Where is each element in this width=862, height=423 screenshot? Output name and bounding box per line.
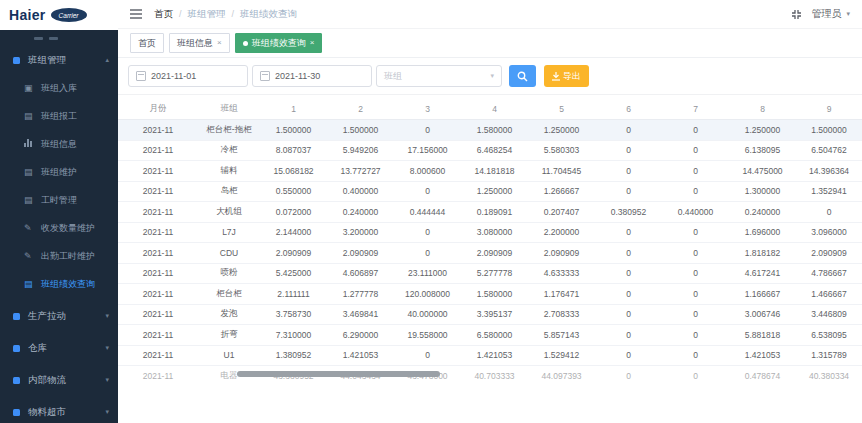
sidebar-item-label: 班组绩效查询 (41, 278, 95, 291)
user-menu[interactable]: 管理员 (811, 7, 841, 21)
performance-table: 月份班组1234567892021-11柜台柜-拖柜1.5000001.5000… (118, 95, 862, 423)
menu-dot-icon (13, 345, 20, 352)
sidebar-item-工时管理[interactable]: ▤工时管理 (0, 186, 118, 214)
table-cell: 5.580303 (528, 145, 595, 155)
chevron-up-icon: ▴ (105, 56, 109, 64)
sidebar-group-0[interactable]: 班组管理▴ (0, 46, 118, 74)
table-row[interactable]: 2021-11柜台柜-拖柜1.5000001.50000001.5800001.… (118, 120, 862, 141)
table-cell: 0 (662, 309, 729, 319)
table-row[interactable]: 2021-11辅料15.06818213.7727278.00060014.18… (118, 161, 862, 182)
table-cell: 40.000000 (394, 309, 461, 319)
table-cell: 1.300000 (729, 186, 796, 196)
end-date-value: 2021-11-30 (275, 71, 320, 81)
table-cell: 1.500000 (260, 125, 327, 135)
tab-label: 班组绩效查询 (252, 37, 306, 50)
table-row[interactable]: 2021-11电器43.38095244.04343443.47800040.7… (118, 366, 862, 386)
table-row[interactable]: 2021-11柜台柜2.1111111.277778120.0080001.58… (118, 284, 862, 305)
sidebar-item-label: 班组入库 (41, 82, 77, 95)
sidebar-item-班组信息[interactable]: 班组信息 (0, 130, 118, 158)
sidebar-item-label: 班组信息 (41, 138, 77, 151)
breadcrumb-separator: / (179, 9, 182, 19)
table-cell: 1.421053 (327, 350, 394, 360)
table-cell: 3.006746 (729, 309, 796, 319)
maintain-icon: ▤ (24, 167, 37, 177)
sidebar-item-班组维护[interactable]: ▤班组维护 (0, 158, 118, 186)
table-cell: 0 (595, 268, 662, 278)
breadcrumb-current: 班组绩效查询 (240, 8, 297, 21)
horizontal-scrollbar[interactable] (237, 371, 440, 377)
breadcrumb-group-mgmt[interactable]: 班组管理 (188, 8, 226, 21)
sidebar-group-label: 班组管理 (28, 54, 66, 67)
menu-dot-icon (13, 409, 20, 416)
table-cell: 2021-11 (118, 227, 198, 237)
sidebar-group-1[interactable]: 生产拉动▾ (0, 302, 118, 330)
sidebar-item-班组入库[interactable]: ▣班组入库 (0, 74, 118, 102)
tab-首页[interactable]: 首页 (130, 33, 164, 53)
table-cell: 0.478674 (729, 371, 796, 381)
table-cell: 7.310000 (260, 330, 327, 340)
table-row[interactable]: 2021-11喷粉5.4250004.60689723.1110005.2777… (118, 264, 862, 285)
table-cell: 0 (595, 145, 662, 155)
sidebar-group-4[interactable]: 物料超市▾ (0, 398, 118, 423)
table-cell: 2.708333 (528, 309, 595, 319)
sidebar-group-2[interactable]: 仓库▾ (0, 334, 118, 362)
table-cell: 0 (595, 227, 662, 237)
table-cell: 3.200000 (327, 227, 394, 237)
table-cell: 23.111000 (394, 268, 461, 278)
carrier-logo: Carrier (51, 8, 87, 22)
chevron-down-icon: ▾ (105, 344, 109, 352)
search-button[interactable] (509, 65, 536, 87)
table-cell: 0 (394, 125, 461, 135)
calendar-icon (136, 71, 146, 81)
sidebar-item-出勤工时维护[interactable]: ✎出勤工时维护 (0, 242, 118, 270)
table-cell: 8.087037 (260, 145, 327, 155)
table-row[interactable]: 2021-11U11.3809521.42105301.4210531.5294… (118, 346, 862, 367)
tab-班组绩效查询[interactable]: 班组绩效查询× (235, 33, 323, 53)
table-row[interactable]: 2021-11大机组0.0720000.2400000.4444440.1890… (118, 202, 862, 223)
sidebar-item-班组绩效查询[interactable]: ▤班组绩效查询 (0, 270, 118, 298)
table-row[interactable]: 2021-11发泡3.7587303.46984140.0000003.3951… (118, 305, 862, 326)
table-cell: 5.881818 (729, 330, 796, 340)
tab-班组信息[interactable]: 班组信息× (169, 33, 230, 53)
close-icon[interactable]: × (310, 39, 315, 47)
sidebar-menu: 班组管理▴▣班组入库▤班组报工班组信息▤班组维护▤工时管理✎收发数量维护✎出勤工… (0, 46, 118, 423)
table-cell: 0 (662, 268, 729, 278)
table-cell: 4.786667 (796, 268, 862, 278)
hamburger-icon[interactable] (130, 9, 142, 19)
breadcrumb-home[interactable]: 首页 (154, 8, 173, 21)
table-row[interactable]: 2021-11冷柜8.0870375.94920617.1560006.4682… (118, 141, 862, 162)
table-row[interactable]: 2021-11折弯7.3100006.29000019.5580006.5800… (118, 325, 862, 346)
end-date-input[interactable]: 2021-11-30 (252, 65, 372, 87)
sidebar-item-班组报工[interactable]: ▤班组报工 (0, 102, 118, 130)
table-cell: 2021-11 (118, 248, 198, 258)
table-cell: 3.395137 (461, 309, 528, 319)
table-cell: 喷粉 (198, 267, 260, 279)
table-cell: 0 (595, 248, 662, 258)
fullscreen-icon[interactable] (791, 9, 802, 20)
table-cell: 0 (662, 227, 729, 237)
chevron-down-icon: ▾ (105, 408, 109, 416)
table-cell: 44.097393 (528, 371, 595, 381)
chevron-down-icon: ▾ (846, 10, 850, 18)
table-cell: 1.500000 (327, 125, 394, 135)
table-row[interactable]: 2021-11岛柜0.5500000.40000001.2500001.2666… (118, 182, 862, 203)
tab-bar: 首页班组信息×班组绩效查询× (118, 29, 862, 58)
menu-dot-icon (13, 377, 20, 384)
table-row[interactable]: 2021-11CDU2.0909092.09090902.0909092.090… (118, 243, 862, 264)
table-row[interactable]: 2021-11L7J2.1440003.20000003.0800002.200… (118, 223, 862, 244)
start-date-input[interactable]: 2021-11-01 (128, 65, 248, 87)
table-cell: CDU (198, 248, 260, 258)
table-cell: 发泡 (198, 308, 260, 320)
active-dot-icon (243, 41, 248, 46)
close-icon[interactable]: × (217, 39, 222, 47)
sidebar-group-3[interactable]: 内部物流▾ (0, 366, 118, 394)
table-cell: 4.606897 (327, 268, 394, 278)
sidebar-item-收发数量维护[interactable]: ✎收发数量维护 (0, 214, 118, 242)
table-cell: 40.380334 (796, 371, 862, 381)
export-button[interactable]: 导出 (544, 65, 589, 87)
table-header-row: 月份班组123456789 (118, 99, 862, 120)
team-select-placeholder: 班组 (384, 70, 402, 83)
team-select[interactable]: 班组 ▾ (376, 65, 502, 87)
chevron-down-icon: ▾ (105, 312, 109, 320)
table-cell: 1.580000 (461, 289, 528, 299)
